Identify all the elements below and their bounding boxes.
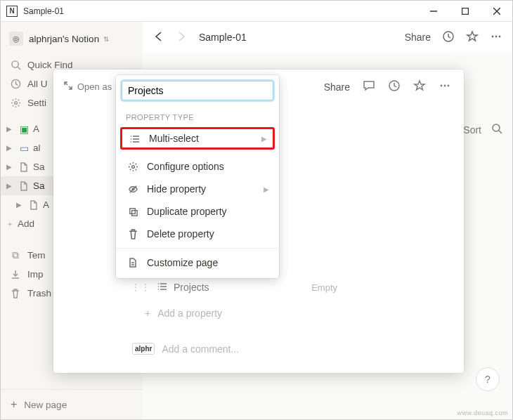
- eye-off-icon: [126, 184, 140, 195]
- comment-icon[interactable]: [363, 79, 375, 94]
- svg-line-13: [499, 131, 502, 133]
- svg-point-10: [495, 35, 498, 37]
- svg-point-12: [493, 124, 500, 131]
- plus-icon: +: [145, 308, 150, 319]
- drag-handle-icon[interactable]: ⋮⋮: [131, 282, 150, 293]
- all-updates-label: All U: [27, 79, 48, 89]
- page-icon: [18, 162, 30, 172]
- property-menu-popup: PROPERTY TYPE Multi-select ▶ Configure o…: [116, 75, 279, 278]
- hide-property[interactable]: Hide property ▶: [116, 178, 279, 200]
- svg-point-27: [130, 136, 131, 137]
- share-button[interactable]: Share: [324, 81, 350, 93]
- image-icon: ▭: [18, 143, 30, 154]
- forward-button[interactable]: [175, 30, 188, 45]
- svg-point-7: [14, 102, 17, 105]
- tree-item-label: al: [33, 143, 41, 153]
- toolbar-right: Sort: [463, 123, 502, 136]
- chevron-right-icon: ▶: [264, 185, 269, 193]
- workspace-name: alphrjan's Notion: [29, 34, 99, 44]
- close-button[interactable]: [481, 1, 512, 22]
- plus-icon: ＋: [6, 219, 16, 229]
- help-button[interactable]: ?: [476, 367, 500, 391]
- property-empty: Empty: [311, 282, 337, 293]
- checkbox-icon: ▣: [18, 124, 30, 135]
- menu-item-label: Delete property: [147, 228, 214, 239]
- sort-button[interactable]: Sort: [463, 124, 481, 136]
- window-titlebar: N Sample-01: [1, 1, 512, 22]
- notion-app-icon: N: [6, 6, 18, 17]
- svg-point-23: [158, 289, 160, 290]
- updown-icon: ⇅: [103, 35, 109, 43]
- svg-point-22: [158, 286, 160, 287]
- caret-icon[interactable]: ▶: [6, 163, 16, 171]
- property-row[interactable]: ⋮⋮ Projects Empty: [131, 277, 337, 298]
- tree-item-label: A: [43, 199, 49, 210]
- search-icon[interactable]: [491, 123, 502, 136]
- open-as-page[interactable]: Open as: [63, 81, 112, 93]
- quick-find-label: Quick Find: [27, 60, 73, 70]
- property-name-input[interactable]: [122, 81, 273, 100]
- divider: [116, 248, 279, 249]
- property-name: Projects: [174, 282, 209, 293]
- window-title: Sample-01: [23, 6, 417, 16]
- duplicate-property[interactable]: Duplicate property: [116, 200, 279, 223]
- caret-icon[interactable]: ▶: [16, 201, 26, 209]
- svg-line-5: [18, 67, 20, 70]
- list-icon: [157, 281, 168, 294]
- menu-item-label: Configure options: [147, 161, 224, 172]
- trash-icon: [9, 289, 22, 298]
- comment-input[interactable]: alphr Add a comment...: [132, 343, 464, 355]
- help-label: ?: [485, 374, 491, 385]
- svg-point-15: [441, 85, 443, 87]
- caret-icon[interactable]: ▶: [6, 182, 16, 190]
- page-icon: [18, 181, 30, 191]
- open-as-label: Open as: [77, 81, 112, 92]
- gear-icon: [9, 98, 22, 108]
- clock-icon[interactable]: [388, 79, 401, 94]
- share-button[interactable]: Share: [405, 32, 431, 43]
- section-label: PROPERTY TYPE: [116, 106, 279, 126]
- more-icon[interactable]: [439, 79, 451, 94]
- import-label: Imp: [27, 269, 44, 280]
- breadcrumb[interactable]: Sample-01: [199, 32, 247, 43]
- new-page-label: New page: [24, 400, 67, 410]
- menu-item-label: Customize page: [147, 257, 218, 268]
- new-page-button[interactable]: + New page: [1, 390, 143, 419]
- import-icon: [9, 270, 22, 280]
- property-type-multiselect[interactable]: Multi-select ▶: [120, 127, 275, 150]
- menu-item-label: Hide property: [147, 183, 206, 195]
- chevron-right-icon: ▶: [261, 135, 267, 143]
- back-button[interactable]: [152, 30, 165, 45]
- avatar: alphr: [132, 343, 155, 355]
- svg-rect-33: [129, 208, 135, 214]
- add-property-button[interactable]: + Add a property: [145, 308, 464, 319]
- customize-page[interactable]: Customize page: [116, 251, 279, 274]
- caret-icon[interactable]: ▶: [6, 125, 16, 133]
- workspace-switcher[interactable]: ◎ alphrjan's Notion ⇅: [1, 29, 143, 48]
- svg-point-30: [131, 165, 134, 168]
- plus-icon: +: [11, 398, 17, 411]
- add-property-label: Add a property: [157, 308, 222, 319]
- tree-item-label: A: [33, 124, 39, 134]
- star-icon[interactable]: [413, 79, 426, 94]
- maximize-button[interactable]: [449, 1, 481, 22]
- svg-point-17: [448, 85, 450, 87]
- delete-property[interactable]: Delete property: [116, 223, 279, 245]
- minimize-button[interactable]: [417, 1, 449, 22]
- more-icon[interactable]: [490, 30, 502, 45]
- duplicate-icon: [126, 206, 140, 217]
- trash-label: Trash: [27, 288, 51, 298]
- comment-placeholder: Add a comment...: [162, 343, 239, 355]
- svg-point-29: [130, 141, 131, 143]
- watermark: www.deuaq.com: [457, 409, 508, 416]
- expand-icon: [63, 81, 73, 93]
- svg-point-21: [158, 283, 160, 284]
- menu-item-label: Multi-select: [149, 133, 199, 144]
- list-icon: [128, 133, 142, 144]
- tree-item-label: Sa: [33, 181, 45, 191]
- clock-icon[interactable]: [442, 30, 455, 45]
- configure-options[interactable]: Configure options: [116, 155, 279, 178]
- star-icon[interactable]: [466, 30, 479, 45]
- caret-icon[interactable]: ▶: [6, 144, 16, 152]
- topbar: Sample-01 Share: [143, 22, 512, 53]
